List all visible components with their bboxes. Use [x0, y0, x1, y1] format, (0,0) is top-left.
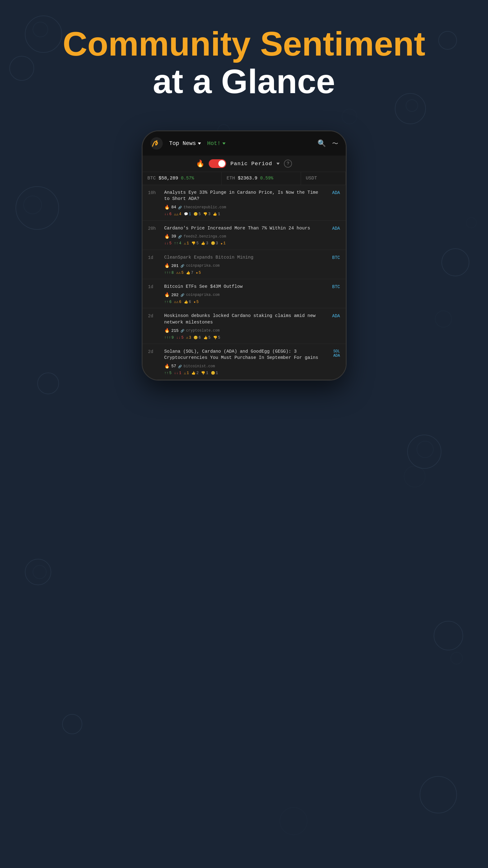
- reactions-6: 5 1 1 2 1 1: [164, 371, 323, 376]
- reaction-2-5: 3: [201, 241, 208, 246]
- reaction-5-6: 5: [213, 336, 220, 340]
- reaction-3-4: 5: [196, 270, 201, 275]
- news-time-5: 2d: [148, 313, 163, 340]
- link-icon-6: [178, 364, 182, 369]
- phone-frame: Top News Hot! 🔍 〜 🔥: [142, 130, 347, 381]
- hot-dropdown[interactable]: Hot!: [207, 140, 226, 147]
- hot-score-4: 202: [171, 293, 179, 298]
- news-title-1: Analysts Eye 33% Plunge in Cardano Price…: [164, 189, 323, 202]
- news-tag-5: ADA: [325, 313, 340, 340]
- reaction-2-2: 4: [174, 241, 181, 246]
- toggle-knob: [219, 160, 225, 167]
- reaction-2-6: 3: [211, 241, 218, 246]
- news-content-3: CleanSpark Expands Bitcoin Mining 201 co…: [164, 254, 323, 275]
- link-icon-4: [180, 292, 184, 298]
- reactions-1: 6 4 1 5 3 1: [164, 212, 323, 217]
- news-item-3[interactable]: 1d CleanSpark Expands Bitcoin Mining 201…: [143, 250, 346, 279]
- panic-help-button[interactable]: ?: [284, 160, 292, 168]
- news-title-4: Bitcoin ETFs See $43M Outflow: [164, 283, 323, 290]
- reaction-6-6: 1: [211, 371, 218, 375]
- news-meta-6: 57 bitcoinist.com: [164, 364, 323, 369]
- top-news-dropdown[interactable]: Top News: [169, 140, 201, 147]
- btc-price: $58,289: [159, 176, 181, 181]
- reaction-4-3: 6: [184, 300, 191, 304]
- source-5: cryptoslate.com: [186, 329, 220, 333]
- news-item-4[interactable]: 1d Bitcoin ETFs See $43M Outflow 202 coi…: [143, 279, 346, 308]
- news-content-2: Cardano's Price Increased More Than 7% W…: [164, 225, 323, 246]
- news-title-2: Cardano's Price Increased More Than 7% W…: [164, 225, 323, 231]
- link-icon-2: [178, 234, 182, 239]
- news-tag-3: BTC: [325, 254, 340, 275]
- panic-dropdown-arrow[interactable]: [277, 163, 280, 165]
- hot-icon-1: [164, 205, 170, 210]
- reaction-6-1: 5: [164, 371, 172, 375]
- eth-price: $2363.9: [238, 176, 260, 181]
- news-meta-1: 84 thecoinrepublic.com: [164, 205, 323, 210]
- news-list: 10h Analysts Eye 33% Plunge in Cardano P…: [143, 185, 346, 380]
- news-item-1[interactable]: 10h Analysts Eye 33% Plunge in Cardano P…: [143, 185, 346, 221]
- news-time-6: 2d: [148, 348, 163, 376]
- reaction-5-4: 6: [194, 336, 201, 340]
- news-meta-3: 201 coinpaprika.com: [164, 263, 323, 269]
- news-time-4: 1d: [148, 283, 163, 304]
- news-tag-1: ADA: [325, 189, 340, 217]
- reaction-4-1: 6: [164, 300, 172, 304]
- hot-score-3: 201: [171, 264, 179, 268]
- reactions-2: 5 4 1 5 3 3 1: [164, 241, 323, 246]
- news-title-3: CleanSpark Expands Bitcoin Mining: [164, 254, 323, 260]
- news-meta-2: 39 feeds2.benzinga.com: [164, 234, 323, 239]
- news-time-3: 1d: [148, 254, 163, 275]
- usdt-ticker[interactable]: USDT: [301, 172, 346, 185]
- news-time-2: 20h: [148, 225, 163, 246]
- eth-coin-label: ETH: [227, 176, 238, 181]
- reaction-1-5: 3: [203, 212, 210, 216]
- hot-icon-5: [164, 328, 170, 333]
- news-title-5: Hoskinson debunks locked Cardano staking…: [164, 313, 323, 326]
- hot-score-5: 215: [171, 329, 179, 333]
- source-6: bitcoinist.com: [183, 364, 215, 369]
- eth-ticker[interactable]: ETH $2363.9 0.59%: [222, 172, 301, 185]
- reaction-5-1: 9: [164, 336, 174, 340]
- link-icon-1: [178, 205, 182, 210]
- hot-icon-3: [164, 263, 170, 269]
- reaction-6-3: 1: [184, 371, 189, 376]
- source-4: coinpaprika.com: [186, 293, 220, 297]
- reactions-3: 8 5 7 5: [164, 270, 323, 275]
- hot-chevron: [222, 143, 226, 145]
- chart-icon[interactable]: 〜: [332, 140, 338, 148]
- top-news-label: Top News: [169, 140, 196, 147]
- reaction-6-2: 1: [174, 371, 181, 375]
- reaction-3-2: 5: [176, 270, 183, 275]
- reaction-1-6: 1: [213, 212, 220, 216]
- btc-coin-label: BTC: [148, 176, 159, 181]
- hot-icon-4: [164, 292, 170, 298]
- news-time-1: 10h: [148, 189, 163, 217]
- eth-change: 0.59%: [260, 176, 274, 181]
- news-item-2[interactable]: 20h Cardano's Price Increased More Than …: [143, 221, 346, 250]
- hero-line2: at a Glance: [0, 62, 488, 100]
- hot-score-6: 57: [171, 364, 176, 369]
- price-ticker: BTC $58,289 0.57% ETH $2363.9 0.59% USDT: [143, 172, 346, 185]
- news-item-6[interactable]: 2d Solana (SOL), Cardano (ADA) and GoodE…: [143, 344, 346, 380]
- news-content-4: Bitcoin ETFs See $43M Outflow 202 coinpa…: [164, 283, 323, 304]
- panic-fire-icon: 🔥: [196, 160, 204, 168]
- hero-line1: Community Sentiment: [0, 25, 488, 62]
- search-icon[interactable]: 🔍: [317, 140, 326, 148]
- reaction-2-4: 5: [191, 241, 199, 246]
- hot-score-1: 84: [171, 205, 176, 210]
- reaction-1-1: 6: [164, 212, 172, 216]
- reaction-5-3: 3: [186, 335, 191, 340]
- btc-change: 0.57%: [181, 176, 194, 181]
- phone-wrapper: Top News Hot! 🔍 〜 🔥: [142, 130, 347, 381]
- link-icon-5: [180, 328, 184, 333]
- reaction-6-4: 2: [191, 371, 199, 375]
- phone-screen: Top News Hot! 🔍 〜 🔥: [143, 131, 346, 380]
- btc-ticker[interactable]: BTC $58,289 0.57%: [143, 172, 222, 185]
- news-tag-6: SOL ADA: [325, 348, 340, 376]
- reaction-4-2: 6: [174, 300, 181, 304]
- reaction-6-5: 1: [201, 371, 208, 375]
- news-item-5[interactable]: 2d Hoskinson debunks locked Cardano stak…: [143, 308, 346, 344]
- nav-bar: Top News Hot! 🔍 〜: [143, 131, 346, 156]
- panic-toggle[interactable]: [209, 159, 226, 168]
- panic-bar: 🔥 Panic Period ?: [143, 156, 346, 172]
